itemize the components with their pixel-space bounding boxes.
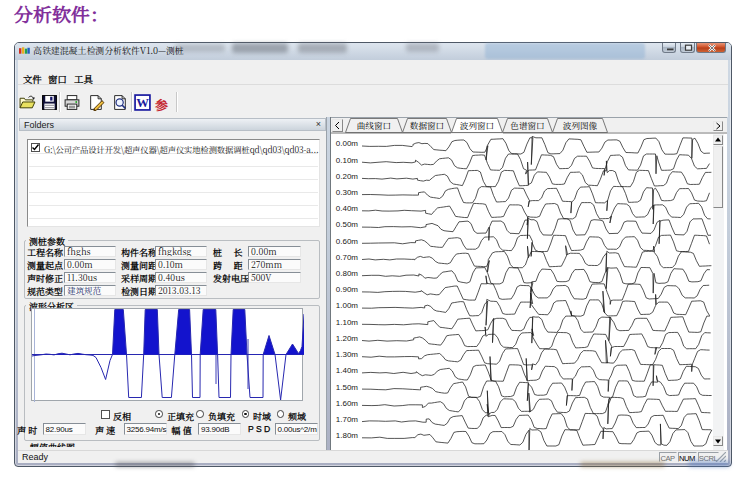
svg-text:波列图像: 波列图像 xyxy=(563,119,598,131)
svg-text:W: W xyxy=(136,96,149,110)
svg-text:波列窗口: 波列窗口 xyxy=(460,119,494,131)
svg-text:曲线窗口: 曲线窗口 xyxy=(357,119,391,131)
svg-text:色谱窗口: 色谱窗口 xyxy=(510,119,544,131)
svg-text:数据窗口: 数据窗口 xyxy=(410,119,444,131)
